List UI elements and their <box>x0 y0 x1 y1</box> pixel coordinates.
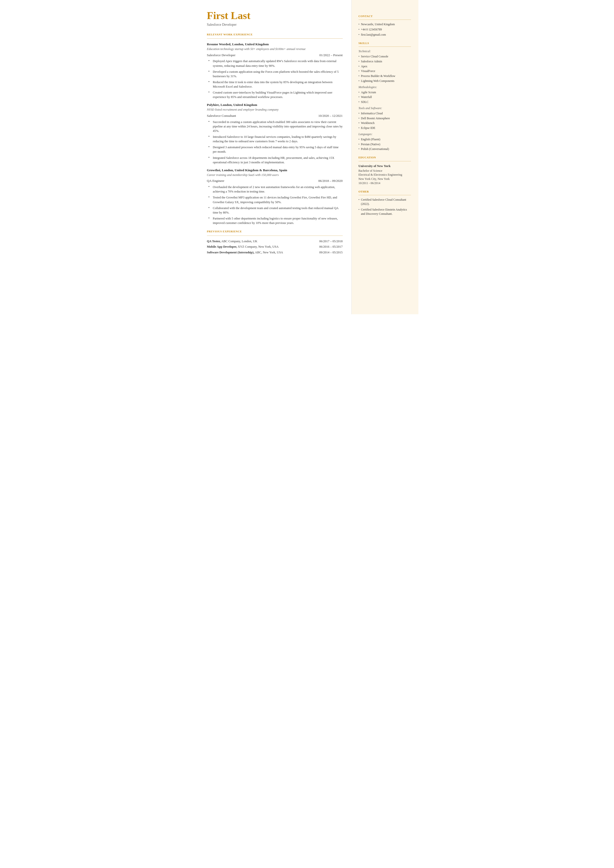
relevant-work-section-title: RELEVANT WORK EXPERIENCE <box>207 33 343 36</box>
company-desc-3: Career training and membership SaaS with… <box>207 173 343 177</box>
skill-tool-4: Eclipse IDE <box>358 126 411 130</box>
other-cert-2: Certified Salesforce Einstein Analytics … <box>358 208 411 216</box>
job-dates-3: 06/2018 – 09/2020 <box>318 179 343 183</box>
bullet-2-1: Succeeded in creating a custom applicati… <box>208 120 343 133</box>
bullet-1-1: Deployed Apex triggers that automaticall… <box>208 59 343 68</box>
prev-job-2-rest: XYZ Company, New York, USA <box>237 245 279 248</box>
bullet-3-3: Collaborated with the development team a… <box>208 206 343 215</box>
skill-lang-2: Persian (Native) <box>358 142 411 146</box>
company-name-3: Growthsi, <box>207 168 221 172</box>
contact-email: first.last@gmail.com <box>358 33 411 37</box>
skills-divider <box>358 47 411 47</box>
bullet-3-4: Partnered with 5 other departments inclu… <box>208 216 343 225</box>
company-desc-2: NYSE-listed recruitment and employer bra… <box>207 108 343 112</box>
prev-job-1-dates: 06/2017 – 05/2018 <box>319 239 343 244</box>
contact-phone: +44 0 123456789 <box>358 28 411 32</box>
bullet-2-2: Introduced Salesforce to 10 large financ… <box>208 135 343 143</box>
company-line-1: Resume Worded, London, United Kingdom <box>207 42 343 47</box>
job-entry-1: Resume Worded, London, United Kingdom Ed… <box>207 42 343 99</box>
contact-section-title: CONTACT <box>358 14 411 18</box>
skills-section-title: SKILLS <box>358 41 411 45</box>
company-name-2: Polyhire, <box>207 103 220 107</box>
bullet-2-4: Integrated Salesforce across 18 departme… <box>208 156 343 165</box>
job-dates-1: 01/2022 – Present <box>319 53 343 57</box>
company-name-1: Resume Worded, <box>207 42 231 46</box>
prev-job-3-dates: 09/2014 – 05/2015 <box>319 250 343 255</box>
prev-job-row-1: QA Tester, ABC Company, London, UK 06/20… <box>207 239 343 244</box>
skill-tech-3: Apex <box>358 64 411 68</box>
prev-job-1-rest: ABC Company, London, UK <box>220 239 257 243</box>
job-row-3: QA Engineer 06/2018 – 09/2020 <box>207 179 343 183</box>
prev-job-3-rest: ABC, New York, USA <box>254 251 283 254</box>
job-dates-2: 10/2020 – 12/2021 <box>318 113 343 118</box>
skill-method-3: SDLC <box>358 100 411 104</box>
job-entry-3: Growthsi, London, United Kingdom & Barce… <box>207 168 343 225</box>
company-rest-1: London, United Kingdom <box>231 42 269 46</box>
edu-school: University of New York <box>358 164 411 168</box>
bullet-1-2: Developed a custom application using the… <box>208 70 343 78</box>
job-entry-2: Polyhire, London, United Kingdom NYSE-li… <box>207 103 343 164</box>
languages-label: Languages: <box>358 132 411 136</box>
job-bullets-2: Succeeded in creating a custom applicati… <box>207 120 343 165</box>
previous-exp-section-title: PREVIOUS EXPERIENCE <box>207 230 343 233</box>
job-row-1: Salesforce Developer 01/2022 – Present <box>207 53 343 57</box>
skill-tech-5: Process Builder & Workflow <box>358 74 411 78</box>
education-divider <box>358 161 411 161</box>
skill-lang-1: English (Fluent) <box>358 137 411 141</box>
skill-tool-2: Dell Boomi Atmosphere <box>358 116 411 121</box>
candidate-name: First Last <box>207 10 343 21</box>
technical-label: Technical: <box>358 49 411 53</box>
other-section-title: OTHER <box>358 190 411 194</box>
candidate-title: Salesforce Developer <box>207 22 343 27</box>
job-bullets-1: Deployed Apex triggers that automaticall… <box>207 59 343 99</box>
right-column: CONTACT Newcastle, United Kingdom +44 0 … <box>352 0 419 314</box>
prev-job-2-dates: 06/2016 – 05/2017 <box>319 245 343 249</box>
prev-job-3-bold: Software Development (Internship), <box>207 251 254 254</box>
job-title-2: Salesforce Consultant <box>207 113 236 118</box>
left-column: First Last Salesforce Developer RELEVANT… <box>196 0 352 314</box>
prev-job-2-text: Mobile App Developer, XYZ Company, New Y… <box>207 245 315 249</box>
prev-job-row-3: Software Development (Internship), ABC, … <box>207 250 343 255</box>
bullet-1-3: Reduced the time it took to enter data i… <box>208 80 343 89</box>
skill-tech-2: Salesforce Admin <box>358 59 411 64</box>
resume-page: First Last Salesforce Developer RELEVANT… <box>196 0 419 314</box>
education-section-title: EDUCATION <box>358 156 411 159</box>
company-line-3: Growthsi, London, United Kingdom & Barce… <box>207 168 343 173</box>
prev-job-2-bold: Mobile App Developer, <box>207 245 237 248</box>
skill-method-1: Agile Scrum <box>358 90 411 95</box>
other-cert-1: Certified Salesforce Cloud Consultant (2… <box>358 198 411 206</box>
prev-job-row-2: Mobile App Developer, XYZ Company, New Y… <box>207 245 343 249</box>
relevant-work-divider <box>207 38 343 39</box>
bullet-2-3: Designed 3 automated processes which red… <box>208 145 343 154</box>
prev-job-1-bold: QA Tester, <box>207 239 221 243</box>
methodologies-label: Methodologies: <box>358 85 411 89</box>
company-rest-3: London, United Kingdom & Barcelona, Spai… <box>221 168 287 172</box>
skill-tool-1: Informatica Cloud <box>358 111 411 116</box>
company-line-2: Polyhire, London, United Kingdom <box>207 103 343 107</box>
tools-label: Tools and Software: <box>358 106 411 110</box>
prev-job-1-text: QA Tester, ABC Company, London, UK <box>207 239 315 244</box>
company-desc-1: Education technology startup with 50+ em… <box>207 47 343 51</box>
job-row-2: Salesforce Consultant 10/2020 – 12/2021 <box>207 113 343 118</box>
skill-lang-3: Polish (Conversational) <box>358 147 411 151</box>
edu-degree: Bachelor of Science Electrical & Electro… <box>358 169 411 185</box>
skill-tech-1: Service Cloud Console <box>358 54 411 59</box>
job-title-1: Salesforce Developer <box>207 53 236 57</box>
skill-tool-3: Workbench <box>358 121 411 125</box>
job-title-3: QA Engineer <box>207 179 225 183</box>
bullet-3-1: Overhauled the development of 2 new test… <box>208 185 343 194</box>
company-rest-2: London, United Kingdom <box>220 103 257 107</box>
bullet-3-2: Tested the Growthsi MP3 application on 1… <box>208 195 343 204</box>
contact-location: Newcastle, United Kingdom <box>358 22 411 26</box>
skill-tech-6: Lightning Web Components <box>358 79 411 83</box>
prev-job-3-text: Software Development (Internship), ABC, … <box>207 250 315 255</box>
skill-method-2: Waterfall <box>358 95 411 99</box>
skill-tech-4: VisualForce <box>358 69 411 73</box>
bullet-1-4: Created custom user-interfaces by buildi… <box>208 90 343 99</box>
job-bullets-3: Overhauled the development of 2 new test… <box>207 185 343 225</box>
